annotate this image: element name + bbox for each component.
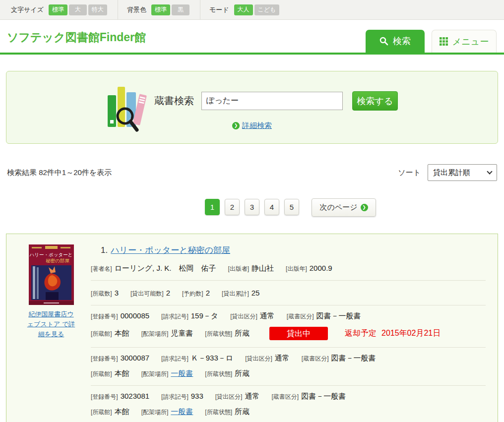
field-label: [所蔵状態] <box>205 370 232 377</box>
field-value: 0000085 <box>121 311 149 320</box>
copy-record-2: [登録番号]3000087 [請求記号]Ｋ－933－ロ [貸出区分]通常 [蔵書… <box>91 354 486 378</box>
sort-label: ソート <box>398 168 421 178</box>
chevron-down-icon <box>487 169 492 174</box>
field-value: 児童書 <box>171 329 193 337</box>
field-label: [登録番号] <box>91 393 118 400</box>
return-due-date: 2015年02月21日 <box>381 329 441 337</box>
field-value: 所蔵 <box>235 329 250 337</box>
field-value: 3000087 <box>121 354 149 362</box>
search-submit-button[interactable]: 検索する <box>352 91 398 111</box>
return-due-info: 返却予定2015年02月21日 <box>345 328 441 339</box>
divider <box>118 0 118 20</box>
field-value: 静山社 <box>252 264 274 272</box>
copy-row: [登録番号]0000085 [請求記号]159－タ [貸出区分]通常 [蔵書区分… <box>91 311 486 321</box>
mode-kids-button[interactable]: こども <box>254 4 280 15</box>
field-label: [蔵書区分] <box>271 393 299 400</box>
field-label: [出版年] <box>286 265 307 272</box>
field-value: 本館 <box>115 329 129 337</box>
site-header: ソフテック図書館Finder館 検索 メニュー <box>0 20 504 55</box>
field-value: ローリング, J. K. 松岡 佑子 <box>115 264 216 272</box>
field-value: 本館 <box>115 369 129 377</box>
field-label: [所蔵館] <box>91 330 112 337</box>
field-value: 本館 <box>115 407 129 416</box>
arrow-right-icon: ❯ <box>361 204 368 211</box>
search-result-item: ハリー・ポッターと 秘密の部屋 紀伊国屋書店ウェブストア で詳細を見る 1.ハリ… <box>6 234 498 422</box>
divider <box>91 280 486 281</box>
sort-control: ソート 貸出累計順 <box>398 164 497 181</box>
field-label: [予約数] <box>182 290 203 297</box>
page-button-1[interactable]: 1 <box>205 199 220 215</box>
page-button-5[interactable]: 5 <box>284 199 299 215</box>
page-button-3[interactable]: 3 <box>245 199 259 215</box>
field-value: 2 <box>206 289 210 297</box>
sort-select[interactable]: 貸出累計順 <box>428 164 497 181</box>
mode-group: モード 大人 こども <box>209 4 281 15</box>
field-label: [貸出区分] <box>230 313 257 320</box>
site-title: ソフテック図書館Finder館 <box>7 30 146 45</box>
shelf-location-link[interactable]: 一般書 <box>171 369 193 377</box>
tab-menu[interactable]: メニュー <box>432 30 497 53</box>
font-size-standard-button[interactable]: 標準 <box>49 4 67 15</box>
mode-label: モード <box>209 5 229 14</box>
divider <box>91 385 486 386</box>
field-value: 通常 <box>260 311 275 320</box>
field-value: 所蔵 <box>235 369 250 377</box>
book-title-line: 1.ハリー・ポッターと秘密の部屋 <box>101 244 486 256</box>
field-value: 2 <box>166 289 170 297</box>
copy-record-3: [登録番号]3023081 [請求記号]933 [貸出区分]通常 [蔵書区分]図… <box>91 392 486 417</box>
field-label: [所蔵数] <box>91 290 112 297</box>
page-button-2[interactable]: 2 <box>225 199 240 215</box>
field-value: 2000.9 <box>310 264 332 272</box>
book-title-link[interactable]: ハリー・ポッターと秘密の部屋 <box>111 245 230 255</box>
accessibility-toolbar: 文字サイズ 標準 大 特大 背景色 標準 黒 モード 大人 こども <box>0 0 504 20</box>
field-value: 933 <box>191 392 203 400</box>
field-value: 所蔵 <box>235 407 250 416</box>
arrow-right-icon: ❯ <box>232 122 240 129</box>
advanced-search-link[interactable]: 詳細検索 <box>242 121 272 129</box>
copy-record-1: [登録番号]0000085 [請求記号]159－タ [貸出区分]通常 [蔵書区分… <box>91 311 486 340</box>
next-page-button[interactable]: 次のページ❯ <box>312 198 376 217</box>
book-cover-column: ハリー・ポッターと 秘密の部屋 紀伊国屋書店ウェブストア で詳細を見る <box>25 244 77 422</box>
field-label: [請求記号] <box>161 313 189 320</box>
mode-adult-button[interactable]: 大人 <box>234 4 253 15</box>
font-size-large-button[interactable]: 大 <box>69 4 87 15</box>
field-label: [請求記号] <box>161 355 189 362</box>
font-size-label: 文字サイズ <box>11 5 44 14</box>
results-info-row: 検索結果 82件中1～20件を表示 ソート 貸出累計順 <box>7 164 497 181</box>
field-value: 25 <box>252 289 260 297</box>
field-label: [所蔵館] <box>91 409 112 416</box>
field-label: [貸出累計] <box>222 290 249 297</box>
copy-row: [所蔵館]本館 [配架場所]一般書 [所蔵状態]所蔵 <box>91 369 486 378</box>
field-label: [著者名] <box>91 265 112 272</box>
book-meta-row: [著者名]ローリング, J. K. 松岡 佑子 [出版者]静山社 [出版年]20… <box>91 264 486 273</box>
next-page-label: 次のページ <box>319 203 357 211</box>
field-value: 通常 <box>275 354 290 362</box>
search-input[interactable] <box>201 92 343 110</box>
field-label: [貸出区分] <box>215 393 243 400</box>
tab-search[interactable]: 検索 <box>366 30 425 53</box>
search-box-label: 蔵書検索 <box>154 94 194 108</box>
field-value: 図書－一般書 <box>316 311 361 320</box>
font-size-xlarge-button[interactable]: 特大 <box>88 4 107 15</box>
shelf-location-link[interactable]: 一般書 <box>171 407 193 416</box>
book-cover-image: ハリー・ポッターと 秘密の部屋 <box>29 244 74 305</box>
bg-color-label: 背景色 <box>127 5 146 14</box>
menu-grid-icon <box>440 37 448 46</box>
bg-color-group: 背景色 標準 黒 <box>127 4 191 15</box>
catalog-search-panel: 蔵書検索 検索する ❯詳細検索 <box>6 71 498 144</box>
bg-color-black-button[interactable]: 黒 <box>172 4 189 15</box>
store-detail-link[interactable]: 紀伊国屋書店ウェブストア で詳細を見る <box>25 309 77 339</box>
field-value: 3023081 <box>121 392 149 400</box>
field-label: [所蔵状態] <box>205 330 232 337</box>
page-button-4[interactable]: 4 <box>264 199 279 215</box>
field-label: [配架場所] <box>141 370 169 377</box>
field-label: [配架場所] <box>141 330 169 337</box>
font-size-group: 文字サイズ 標準 大 特大 <box>11 4 109 15</box>
field-label: [配架場所] <box>141 409 169 416</box>
book-counts-row: [所蔵数]3 [貸出可能数]2 [予約数]2 [貸出累計]25 <box>91 289 486 298</box>
pagination: 1 2 3 4 5 次のページ❯ <box>0 199 504 217</box>
bg-color-standard-button[interactable]: 標準 <box>151 4 170 15</box>
copy-row: [所蔵館]本館 [配架場所]児童書 [所蔵状態]所蔵 貸出中 返却予定2015年… <box>91 327 486 340</box>
field-label: [貸出区分] <box>245 355 272 362</box>
tab-search-label: 検索 <box>393 35 411 47</box>
